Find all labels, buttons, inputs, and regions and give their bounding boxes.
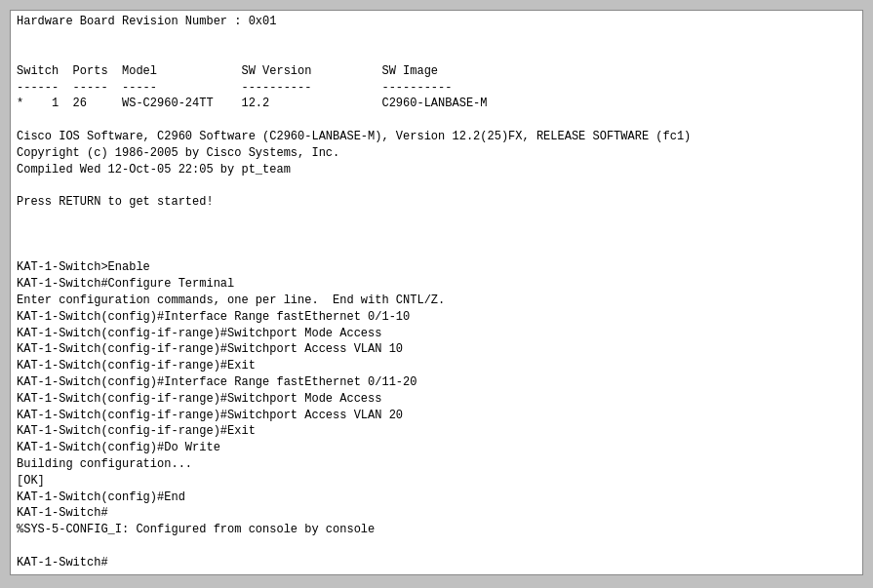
terminal-window: Top Assembly Revision Number : B0 Versio…: [10, 10, 863, 575]
terminal-content-area[interactable]: Top Assembly Revision Number : B0 Versio…: [11, 11, 862, 574]
